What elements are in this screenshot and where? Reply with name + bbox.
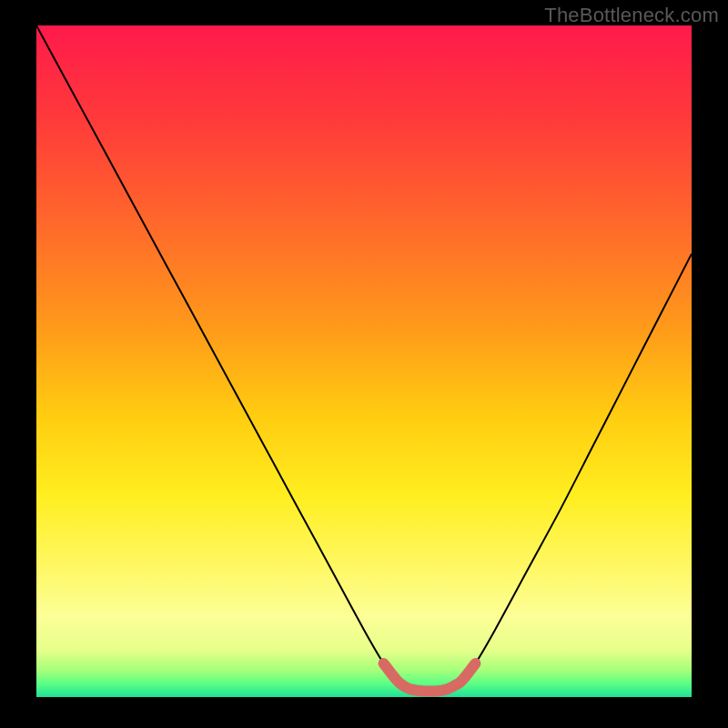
gradient-background [36,25,692,697]
watermark-text: TheBottleneck.com [544,4,719,27]
plot-area [36,25,692,697]
chart-frame: TheBottleneck.com [0,0,728,728]
plot-svg [36,25,692,697]
